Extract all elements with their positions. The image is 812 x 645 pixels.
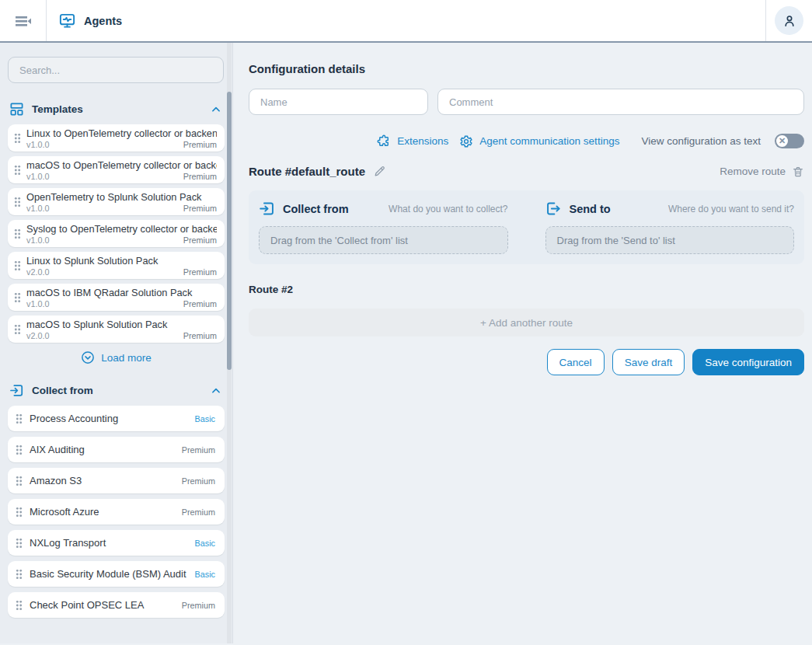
- drag-handle-icon[interactable]: [16, 538, 23, 549]
- template-version: v1.0.0: [26, 299, 183, 309]
- user-icon: [782, 13, 797, 29]
- gear-icon: [459, 134, 473, 148]
- hamburger-collapse-icon: [14, 12, 33, 30]
- source-name: AIX Auditing: [30, 444, 175, 455]
- collect-source-card[interactable]: Amazon S3 Premium: [8, 468, 225, 493]
- template-card[interactable]: macOS to OpenTelemetry collector or back…: [8, 156, 225, 183]
- collect-from-dropzone[interactable]: Drag from the 'Collect from' list: [259, 226, 508, 254]
- template-card[interactable]: macOS to IBM QRadar Solution Pack v1.0.0…: [8, 284, 225, 311]
- template-name: Linux to Splunk Solution Pack: [26, 255, 217, 267]
- remove-route-label: Remove route: [720, 166, 786, 177]
- template-card[interactable]: Linux to OpenTelemetry collector or back…: [8, 124, 225, 152]
- template-card[interactable]: OpenTelemetry to Splunk Solution Pack v1…: [8, 188, 225, 215]
- template-badge: Premium: [183, 299, 217, 309]
- edit-route-name-button[interactable]: [373, 165, 386, 178]
- top-bar: Agents: [0, 0, 812, 43]
- drag-handle-icon[interactable]: [14, 292, 21, 303]
- drag-handle-icon[interactable]: [14, 197, 21, 207]
- template-name: OpenTelemetry to Splunk Solution Pack: [26, 191, 217, 203]
- collect-source-card[interactable]: Microsoft Azure Premium: [8, 499, 225, 525]
- chevron-up-icon[interactable]: [211, 104, 221, 115]
- template-card[interactable]: macOS to Splunk Solution Pack v2.0.0Prem…: [8, 316, 225, 343]
- template-version: v1.0.0: [26, 204, 183, 213]
- route2-title: Route #2: [249, 284, 804, 295]
- user-menu-button[interactable]: [775, 6, 803, 35]
- save-configuration-button[interactable]: Save configuration: [692, 349, 804, 375]
- collect-source-card[interactable]: Basic Security Module (BSM) Audit Basic: [8, 561, 225, 587]
- agents-monitor-icon: [58, 12, 76, 30]
- template-version: v2.0.0: [26, 267, 183, 277]
- drag-handle-icon[interactable]: [16, 507, 23, 518]
- search-input[interactable]: [8, 57, 224, 83]
- collect-dropzone-text: Drag from the 'Collect from' list: [270, 235, 408, 246]
- save-draft-button[interactable]: Save draft: [612, 349, 685, 375]
- extensions-link[interactable]: Extensions: [377, 134, 448, 148]
- template-badge: Premium: [183, 172, 217, 181]
- view-configuration-as-text-label: View configuration as text: [641, 135, 761, 147]
- collect-from-half: Collect from What do you want to collect…: [259, 200, 508, 254]
- send-dropzone-text: Drag from the 'Send to' list: [557, 235, 675, 246]
- main-panel: Configuration details Extensions Agent c…: [233, 43, 812, 643]
- templates-section-header[interactable]: Templates: [0, 102, 232, 117]
- view-configuration-toggle[interactable]: ✕: [775, 134, 804, 148]
- collect-source-card[interactable]: NXLog Transport Basic: [8, 530, 225, 556]
- extensions-label: Extensions: [397, 135, 448, 147]
- cancel-button[interactable]: Cancel: [547, 349, 605, 375]
- source-name: Process Accounting: [30, 413, 188, 424]
- template-card[interactable]: Linux to Splunk Solution Pack v2.0.0Prem…: [8, 252, 225, 279]
- collect-source-card[interactable]: Check Point OPSEC LEA Premium: [8, 592, 225, 618]
- configuration-details-title: Configuration details: [249, 62, 804, 75]
- collect-from-section-header[interactable]: Collect from: [0, 383, 232, 398]
- drag-handle-icon[interactable]: [16, 413, 23, 424]
- collect-from-title: Collect from: [283, 203, 349, 215]
- send-to-hint: Where do you want to send it?: [619, 204, 794, 214]
- load-more-button[interactable]: Load more: [0, 350, 232, 364]
- template-version: v1.0.0: [26, 235, 183, 245]
- send-to-dropzone[interactable]: Drag from the 'Send to' list: [545, 226, 795, 254]
- drag-handle-icon[interactable]: [14, 324, 21, 335]
- collect-from-icon: [9, 383, 24, 398]
- template-version: v1.0.0: [26, 172, 183, 181]
- source-name: Basic Security Module (BSM) Audit: [30, 568, 188, 580]
- template-version: v1.0.0: [26, 140, 183, 149]
- remove-route-button[interactable]: Remove route: [720, 166, 804, 178]
- trash-icon: [792, 166, 804, 178]
- template-badge: Premium: [183, 235, 217, 245]
- drag-handle-icon[interactable]: [14, 165, 21, 176]
- drag-handle-icon[interactable]: [14, 260, 21, 271]
- name-field[interactable]: [249, 89, 428, 115]
- drag-handle-icon[interactable]: [16, 600, 23, 611]
- template-name: Linux to OpenTelemetry collector or back…: [26, 127, 217, 139]
- collapse-sidebar-button[interactable]: [0, 0, 47, 41]
- template-card[interactable]: Syslog to OpenTelemetry collector or bac…: [8, 220, 225, 247]
- template-badge: Premium: [183, 140, 217, 149]
- sidebar-scrollbar[interactable]: [227, 43, 232, 643]
- add-another-route-label: + Add another route: [480, 317, 573, 329]
- template-badge: Premium: [183, 267, 217, 277]
- collect-source-card[interactable]: AIX Auditing Premium: [8, 437, 225, 462]
- collect-from-section-label: Collect from: [32, 385, 203, 396]
- template-name: macOS to OpenTelemetry collector or back…: [26, 159, 217, 171]
- drag-handle-icon[interactable]: [16, 569, 23, 580]
- add-another-route-button[interactable]: + Add another route: [249, 309, 804, 336]
- puzzle-icon: [377, 134, 391, 148]
- templates-section-label: Templates: [32, 103, 203, 115]
- route-title: Route #default_route: [249, 165, 365, 178]
- source-name: NXLog Transport: [30, 537, 188, 549]
- collect-from-hint: What do you want to collect?: [357, 204, 508, 214]
- send-to-title: Send to: [570, 203, 611, 215]
- send-to-half: Send to Where do you want to send it? Dr…: [545, 200, 795, 254]
- send-to-icon: [545, 200, 562, 217]
- drag-handle-icon[interactable]: [14, 228, 21, 239]
- drag-handle-icon[interactable]: [16, 445, 23, 455]
- drag-handle-icon[interactable]: [14, 133, 21, 144]
- sidebar-scrollbar-thumb[interactable]: [227, 92, 232, 370]
- comment-field[interactable]: [437, 89, 804, 115]
- pencil-icon: [373, 165, 386, 178]
- agent-communication-settings-link[interactable]: Agent communication settings: [459, 134, 619, 148]
- drag-handle-icon[interactable]: [16, 476, 23, 486]
- toggle-thumb-x-icon: ✕: [776, 135, 788, 147]
- collect-source-card[interactable]: Process Accounting Basic: [8, 406, 225, 431]
- chevron-up-icon[interactable]: [211, 385, 221, 396]
- template-version: v2.0.0: [26, 331, 183, 340]
